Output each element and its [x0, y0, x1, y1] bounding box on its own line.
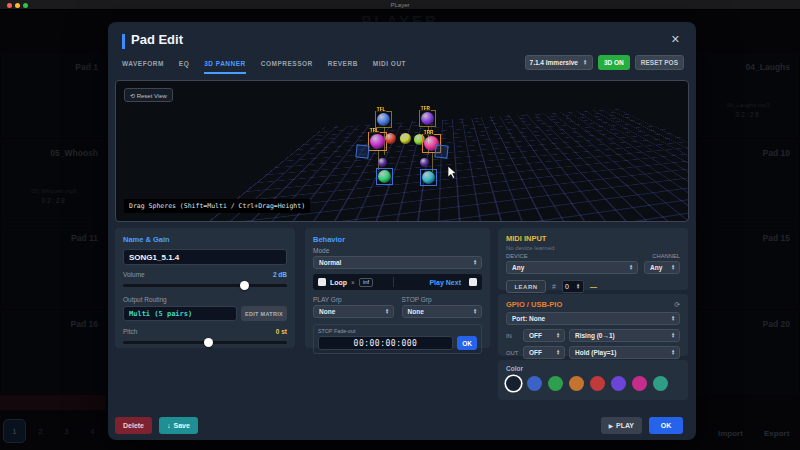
- volume-label: Volume: [123, 271, 145, 278]
- gpio-out-mode-select[interactable]: Hold (Play=1): [569, 346, 680, 359]
- speaker-layout-select[interactable]: 7.1.4 Immersive: [525, 55, 593, 70]
- fade-ok-button[interactable]: OK: [457, 336, 477, 350]
- gpio-in-edge-select[interactable]: Rising (0→1): [569, 329, 680, 342]
- learn-button[interactable]: LEARN: [506, 280, 546, 293]
- pitch-slider-thumb[interactable]: [204, 338, 213, 347]
- color-swatch-3[interactable]: [569, 376, 584, 391]
- volume-slider[interactable]: [123, 281, 287, 290]
- pad-edit-dialog: Pad Edit ✕ WAVEFORMEQ3D PANNERCOMPRESSOR…: [108, 22, 696, 440]
- speaker-top-front-right[interactable]: TFR: [419, 110, 436, 127]
- save-button[interactable]: ↓ Save: [159, 417, 198, 434]
- gpio-in-state-value: OFF: [529, 332, 542, 339]
- tab-eq[interactable]: EQ: [179, 60, 189, 74]
- color-swatch-4[interactable]: [590, 376, 605, 391]
- device-label: DEVICE: [506, 253, 528, 259]
- gpio-out-mode-value: Hold (Play=1): [575, 349, 616, 356]
- color-swatch-row: [506, 376, 680, 391]
- behavior-panel: Behavior Mode Normal Loop × inf Play Nex…: [305, 228, 490, 348]
- pitch-slider[interactable]: [123, 338, 287, 347]
- color-swatch-2[interactable]: [548, 376, 563, 391]
- stop-grp-label: STOP Grp: [402, 296, 483, 303]
- tab-reverb[interactable]: REVERB: [328, 60, 358, 74]
- threed-on-button[interactable]: 3D ON: [598, 55, 630, 70]
- panner-toolbar: 7.1.4 Immersive 3D ON RESET POS: [525, 55, 684, 70]
- pitch-value: 0 st: [276, 328, 287, 335]
- speaker-side-left[interactable]: [356, 145, 369, 158]
- ok-button[interactable]: OK: [649, 417, 683, 434]
- window-title: PLayer: [0, 2, 800, 8]
- speaker-center[interactable]: [400, 133, 411, 144]
- speaker-label: TRR: [423, 130, 434, 135]
- stepper-arrows-icon: [583, 60, 587, 65]
- fade-time-field[interactable]: 00:00:00:000: [318, 336, 453, 350]
- speaker-sub-left[interactable]: [378, 158, 387, 167]
- speaker-sphere: [385, 133, 396, 144]
- play-grp-value: None: [319, 308, 335, 315]
- mode-select[interactable]: Normal: [313, 256, 482, 269]
- tab-compressor[interactable]: COMPRESSOR: [261, 60, 313, 74]
- tab-waveform[interactable]: WAVEFORM: [122, 60, 164, 74]
- loop-count-field[interactable]: inf: [359, 278, 373, 287]
- drag-hint-label: Drag Spheres (Shift=Multi / Ctrl+Drag=He…: [124, 199, 310, 213]
- midi-device-value: Any: [512, 264, 524, 271]
- speaker-front-left[interactable]: [385, 133, 396, 144]
- panner-3d-viewport[interactable]: ⟲ Reset View Drag Spheres (Shift=Multi /…: [115, 80, 689, 222]
- play-icon: ▶: [609, 423, 613, 429]
- screen: PLayer PLAYER Pad 105_Whoosh05_Whoosh.mp…: [0, 0, 800, 450]
- speaker-rear-left[interactable]: [376, 168, 393, 185]
- gpio-out-state-value: OFF: [529, 349, 542, 356]
- speaker-label: TRL: [369, 128, 380, 133]
- note-number-stepper[interactable]: 0: [562, 280, 584, 293]
- speaker-sphere: [422, 171, 435, 184]
- midi-channel-select[interactable]: Any: [644, 261, 680, 274]
- close-icon[interactable]: ✕: [671, 33, 680, 46]
- play-grp-select[interactable]: None: [313, 305, 394, 318]
- play-next-checkbox[interactable]: [469, 278, 477, 286]
- speaker-top-front-left[interactable]: TFL: [375, 111, 392, 128]
- note-number-value: 0: [565, 283, 569, 290]
- reset-pos-button[interactable]: RESET POS: [635, 55, 684, 70]
- midi-device-select[interactable]: Any: [506, 261, 638, 274]
- stepper-arrows-icon: [671, 333, 675, 338]
- speaker-rear-right[interactable]: [420, 169, 437, 186]
- color-header: Color: [506, 365, 680, 372]
- color-swatch-6[interactable]: [632, 376, 647, 391]
- color-swatch-7[interactable]: [653, 376, 668, 391]
- edit-matrix-button[interactable]: EDIT MATRIX: [241, 306, 287, 321]
- pad-name-input[interactable]: SONG1_5.1.4: [123, 249, 287, 265]
- color-swatch-1[interactable]: [527, 376, 542, 391]
- stepper-arrows-icon: [576, 284, 580, 289]
- tab-midi-out[interactable]: MIDI OUT: [373, 60, 406, 74]
- stop-grp-select[interactable]: None: [402, 305, 483, 318]
- speaker-cube: [355, 144, 369, 158]
- midi-input-panel: MIDI INPUT No device learned DEVICE CHAN…: [498, 228, 688, 290]
- volume-slider-thumb[interactable]: [240, 281, 249, 290]
- tab-3d-panner[interactable]: 3D PANNER: [204, 60, 246, 74]
- refresh-icon[interactable]: ⟳: [674, 301, 680, 309]
- color-swatch-5[interactable]: [611, 376, 626, 391]
- routing-label: Output Routing: [123, 296, 287, 303]
- color-swatch-0[interactable]: [506, 376, 521, 391]
- play-label: PLAY: [616, 422, 634, 429]
- reset-view-button[interactable]: ⟲ Reset View: [124, 88, 173, 102]
- stepper-arrows-icon: [473, 309, 477, 314]
- stop-fade-label: STOP Fade-out: [318, 328, 461, 333]
- delete-button[interactable]: Delete: [115, 417, 152, 434]
- stepper-arrows-icon: [671, 350, 675, 355]
- speaker-sub-right[interactable]: [420, 158, 429, 167]
- speaker-sphere: [421, 112, 434, 125]
- speaker-side-right[interactable]: [435, 145, 448, 158]
- gpio-out-state-select[interactable]: OFF: [523, 346, 565, 359]
- gpio-port-select[interactable]: Port: None: [506, 312, 680, 325]
- mode-label: Mode: [313, 247, 482, 254]
- speaker-layout-value: 7.1.4 Immersive: [530, 59, 578, 66]
- routing-value[interactable]: Multi (5 pairs): [123, 306, 237, 321]
- loop-checkbox[interactable]: [318, 278, 326, 286]
- gpio-in-state-select[interactable]: OFF: [523, 329, 565, 342]
- pitch-label: Pitch: [123, 328, 137, 335]
- gpio-header: GPIO / USB-PIO: [506, 300, 562, 309]
- speaker-sphere: [378, 158, 387, 167]
- play-button[interactable]: ▶ PLAY: [601, 417, 642, 434]
- speaker-sphere: [370, 134, 385, 149]
- loop-label: Loop: [330, 279, 347, 286]
